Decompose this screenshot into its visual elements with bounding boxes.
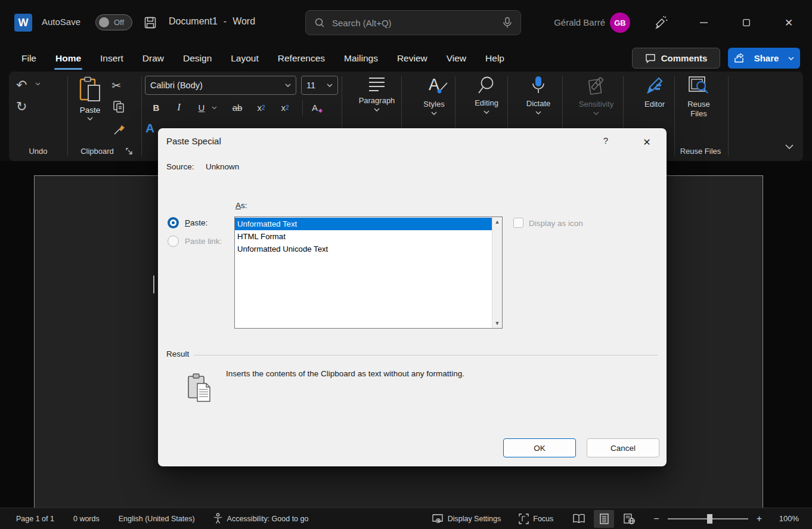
close-button[interactable]: ✕ — [776, 11, 802, 35]
paste-as-listbox[interactable]: Unformatted Text HTML Format Unformatted… — [234, 216, 503, 329]
language-indicator[interactable]: English (United States) — [119, 515, 195, 523]
voice-search-icon[interactable] — [503, 17, 512, 29]
underline-button[interactable]: U — [191, 98, 212, 116]
ok-button[interactable]: OK — [503, 438, 576, 457]
tab-insert[interactable]: Insert — [91, 45, 133, 72]
tab-layout[interactable]: Layout — [221, 45, 268, 72]
tab-references[interactable]: References — [268, 45, 334, 72]
group-divider — [728, 76, 729, 156]
user-name[interactable]: Gérald Barré — [540, 17, 605, 27]
format-painter-icon[interactable] — [113, 123, 126, 136]
accessibility-status[interactable]: Accessibility: Good to go — [213, 513, 309, 524]
scroll-up-icon[interactable]: ▲ — [495, 219, 500, 225]
clipboard-dialog-launcher-icon[interactable] — [126, 148, 134, 156]
clear-formatting-glyph: A — [312, 103, 318, 113]
tab-file[interactable]: File — [12, 45, 46, 72]
tab-view[interactable]: View — [437, 45, 476, 72]
search-input[interactable] — [332, 18, 495, 28]
tab-home[interactable]: Home — [46, 45, 91, 72]
bold-button[interactable]: B — [146, 98, 166, 116]
dialog-close-icon[interactable]: ✕ — [638, 133, 656, 151]
tab-design[interactable]: Design — [173, 45, 221, 72]
display-settings-button[interactable]: Display Settings — [432, 513, 501, 524]
divider — [302, 100, 303, 116]
eraser-icon: ◆ — [318, 107, 323, 113]
superscript-button[interactable]: x2 — [275, 98, 295, 116]
cut-icon[interactable]: ✂ — [111, 79, 121, 92]
list-item[interactable]: Unformatted Unicode Text — [235, 243, 492, 255]
document-name: Document1 — [169, 16, 218, 27]
share-button[interactable]: Share — [728, 48, 800, 69]
zoom-in-button[interactable]: + — [757, 513, 762, 524]
cancel-button[interactable]: Cancel — [587, 438, 659, 457]
page-indicator[interactable]: Page 1 of 1 — [16, 515, 54, 523]
text-effects-button[interactable]: A — [145, 121, 154, 135]
collapse-ribbon-icon[interactable] — [785, 144, 794, 149]
feedback-icon[interactable] — [653, 16, 669, 31]
autosave-toggle[interactable]: Off — [95, 14, 132, 30]
styles-group-button[interactable]: A Styles — [407, 76, 461, 115]
editor-button[interactable]: Editor — [628, 76, 681, 109]
web-layout-button[interactable] — [619, 510, 639, 528]
avatar-initials: GB — [614, 18, 626, 27]
comment-icon — [645, 54, 656, 63]
minimize-button[interactable] — [690, 11, 717, 35]
tab-mailings[interactable]: Mailings — [334, 45, 388, 72]
paste-radio-label[interactable]: Paste: — [185, 218, 207, 227]
copy-icon[interactable] — [113, 100, 125, 113]
undo-dropdown-icon[interactable] — [35, 82, 41, 86]
styles-group-label: Styles — [423, 100, 444, 109]
zoom-level[interactable]: 100% — [774, 514, 799, 523]
paragraph-group-button[interactable]: Paragraph — [350, 76, 404, 112]
help-button[interactable]: ? — [600, 135, 612, 146]
read-mode-button[interactable] — [569, 510, 589, 528]
superscript-base: x — [281, 103, 286, 113]
paste-dropdown-icon[interactable] — [87, 117, 93, 120]
redo-icon[interactable]: ↻ — [16, 99, 27, 115]
listbox-scrollbar[interactable]: ▲ ▼ — [492, 217, 502, 328]
dictate-label: Dictate — [526, 99, 550, 109]
paste-button[interactable]: Paste — [73, 76, 107, 120]
word-logo: W — [14, 14, 32, 32]
paste-radio[interactable] — [168, 217, 179, 228]
tab-draw[interactable]: Draw — [133, 45, 173, 72]
sensitivity-button: Sensitivity — [569, 76, 623, 115]
search-box[interactable] — [305, 10, 521, 35]
italic-button[interactable]: I — [169, 98, 189, 116]
underline-dropdown-icon[interactable] — [212, 106, 217, 110]
focus-label: Focus — [533, 515, 553, 523]
paragraph-icon — [368, 76, 386, 92]
paste-clipboard-icon — [79, 76, 101, 104]
result-text: Inserts the contents of the Clipboard as… — [226, 369, 464, 378]
undo-icon[interactable]: ↶ — [16, 78, 27, 93]
chevron-down-icon — [374, 108, 380, 112]
share-dropdown-icon[interactable] — [788, 57, 794, 60]
maximize-button[interactable] — [733, 11, 760, 35]
strikethrough-button[interactable]: ab — [227, 98, 247, 116]
reuse-files-button[interactable]: Reuse Files — [679, 76, 718, 119]
font-name-combo[interactable]: Calibri (Body) — [145, 76, 296, 95]
zoom-slider[interactable] — [668, 518, 748, 519]
list-item[interactable]: HTML Format — [235, 230, 492, 243]
subscript-button[interactable]: x2 — [251, 98, 271, 116]
list-item[interactable]: Unformatted Text — [235, 218, 492, 230]
comments-button[interactable]: Comments — [632, 48, 720, 69]
zoom-slider-thumb[interactable] — [707, 514, 712, 524]
result-clipboard-icon — [187, 373, 214, 404]
word-count[interactable]: 0 words — [73, 515, 100, 523]
print-layout-button[interactable] — [594, 510, 614, 528]
editor-icon — [644, 76, 665, 96]
scroll-down-icon[interactable]: ▼ — [495, 320, 500, 326]
focus-button[interactable]: Focus — [519, 513, 553, 524]
editing-group-label: Editing — [475, 98, 498, 108]
paste-label: Paste — [80, 106, 101, 115]
dictate-button[interactable]: Dictate — [512, 76, 565, 115]
tab-review[interactable]: Review — [388, 45, 437, 72]
tab-help[interactable]: Help — [476, 45, 514, 72]
save-icon[interactable] — [144, 16, 157, 29]
avatar[interactable]: GB — [610, 13, 630, 33]
zoom-out-button[interactable]: − — [653, 513, 659, 524]
font-size-combo[interactable]: 11 — [301, 76, 338, 95]
editing-group-button[interactable]: Editing — [460, 76, 513, 114]
clear-formatting-button[interactable]: A ◆ — [307, 98, 327, 116]
